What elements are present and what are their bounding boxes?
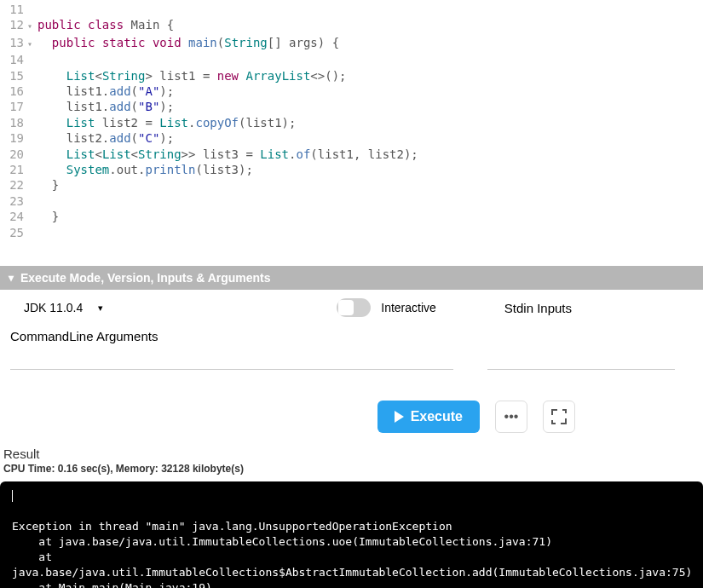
toggle-knob (338, 300, 354, 315)
line-number: 23 (0, 193, 27, 209)
fold-icon (27, 209, 37, 224)
fold-icon (27, 99, 37, 114)
line-number: 11 (0, 2, 27, 17)
fold-icon (27, 68, 37, 84)
code-content: public class Main { (37, 17, 174, 34)
code-line[interactable]: 23 (0, 193, 703, 209)
line-number: 16 (0, 84, 27, 99)
code-editor[interactable]: 1112▾public class Main {13▾ public stati… (0, 0, 703, 240)
code-line[interactable]: 12▾public class Main { (0, 17, 703, 34)
line-number: 12 (0, 17, 27, 34)
line-number: 19 (0, 130, 27, 146)
execute-button[interactable]: Execute (377, 401, 480, 433)
input-row (0, 343, 703, 377)
code-line[interactable]: 21 System.out.println(list3); (0, 162, 703, 177)
fold-icon (27, 2, 37, 17)
line-number: 21 (0, 162, 27, 177)
line-number: 25 (0, 225, 27, 240)
fold-icon (27, 162, 37, 177)
fold-icon (27, 130, 37, 146)
line-number: 20 (0, 147, 27, 162)
code-line[interactable]: 18 List list2 = List.copyOf(list1); (0, 115, 703, 130)
action-row: Execute ••• (0, 377, 703, 441)
code-content: List<List<String>> list3 = List.of(list1… (37, 147, 418, 162)
fullscreen-icon (553, 411, 565, 423)
more-button[interactable]: ••• (495, 401, 527, 433)
line-number: 24 (0, 209, 27, 224)
code-line[interactable]: 11 (0, 2, 703, 17)
fold-icon (27, 177, 37, 193)
code-line[interactable]: 14 (0, 52, 703, 67)
fold-icon (27, 147, 37, 162)
code-content: System.out.println(list3); (37, 162, 253, 177)
execute-label: Execute (411, 409, 463, 424)
code-content: List list2 = List.copyOf(list1); (37, 115, 296, 130)
cursor-icon (12, 490, 13, 502)
code-content: } (37, 209, 59, 224)
result-label: Result (0, 441, 703, 461)
code-line[interactable]: 13▾ public static void main(String[] arg… (0, 35, 703, 52)
fold-icon (27, 193, 37, 209)
fold-icon (27, 84, 37, 99)
result-stats: CPU Time: 0.16 sec(s), Memory: 32128 kil… (0, 461, 703, 476)
fold-icon[interactable]: ▾ (27, 35, 37, 52)
interactive-label: Interactive (381, 301, 436, 314)
interactive-toggle-group: Interactive (337, 298, 436, 317)
args-label: CommandLine Arguments (0, 324, 703, 343)
ellipsis-icon: ••• (504, 409, 519, 424)
settings-row: JDK 11.0.4 ▾ Interactive Stdin Inputs (0, 290, 703, 324)
play-icon (395, 411, 404, 423)
line-number: 13 (0, 35, 27, 52)
stdin-label: Stdin Inputs (504, 301, 691, 315)
code-line[interactable]: 20 List<List<String>> list3 = List.of(li… (0, 147, 703, 162)
code-content: list2.add("C"); (37, 130, 174, 146)
code-line[interactable]: 16 list1.add("A"); (0, 84, 703, 99)
code-line[interactable]: 25 (0, 225, 703, 240)
code-content: list1.add("B"); (37, 99, 174, 114)
jdk-version-value: JDK 11.0.4 (24, 301, 83, 314)
exec-settings-title: Execute Mode, Version, Inputs & Argument… (20, 271, 271, 285)
line-number: 14 (0, 52, 27, 67)
fold-icon (27, 225, 37, 240)
exec-settings-header[interactable]: ▾ Execute Mode, Version, Inputs & Argume… (0, 266, 703, 290)
jdk-version-select[interactable]: JDK 11.0.4 ▾ (24, 301, 103, 314)
fold-icon (27, 52, 37, 67)
args-input[interactable] (10, 345, 453, 370)
fullscreen-button[interactable] (543, 401, 575, 433)
fold-icon[interactable]: ▾ (27, 17, 37, 34)
code-line[interactable]: 19 list2.add("C"); (0, 130, 703, 146)
code-line[interactable]: 22 } (0, 177, 703, 193)
stdin-input[interactable] (487, 345, 675, 370)
code-line[interactable]: 17 list1.add("B"); (0, 99, 703, 114)
code-content: List<String> list1 = new ArrayList<>(); (37, 68, 347, 84)
line-number: 15 (0, 68, 27, 84)
chevron-down-icon: ▾ (9, 272, 14, 284)
chevron-down-icon: ▾ (98, 303, 103, 314)
code-line[interactable]: 15 List<String> list1 = new ArrayList<>(… (0, 68, 703, 84)
console-output[interactable]: Exception in thread "main" java.lang.Uns… (0, 481, 703, 588)
code-content: } (37, 177, 59, 193)
line-number: 17 (0, 99, 27, 114)
line-number: 22 (0, 177, 27, 193)
code-content: list1.add("A"); (37, 84, 174, 99)
code-line[interactable]: 24 } (0, 209, 703, 224)
line-number: 18 (0, 115, 27, 130)
fold-icon (27, 115, 37, 130)
interactive-toggle[interactable] (337, 298, 371, 317)
code-content: public static void main(String[] args) { (37, 35, 339, 52)
